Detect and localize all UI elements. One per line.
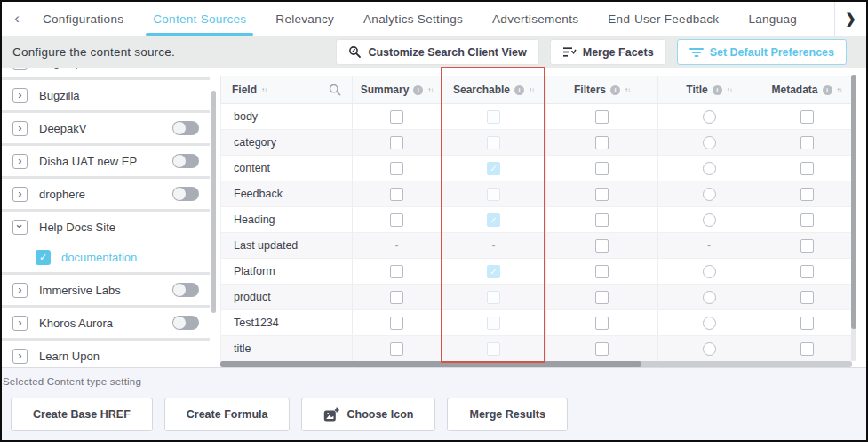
create-base-href-button[interactable]: Create Base HREF [11, 398, 153, 431]
toggle-switch-off[interactable] [172, 154, 199, 168]
expand-chevron-icon[interactable]: › [12, 220, 28, 235]
set-default-preferences-button[interactable]: Set Default Preferences [677, 39, 847, 65]
table-horizontal-scrollbar[interactable] [220, 361, 641, 367]
toggle-switch-off[interactable] [172, 283, 199, 297]
filters-checkbox-unchecked[interactable] [595, 291, 609, 304]
create-formula-button[interactable]: Create Formula [164, 398, 291, 431]
title-radio-unchecked[interactable] [703, 291, 716, 304]
expand-chevron-icon[interactable]: › [12, 283, 28, 298]
tab-advertisements[interactable]: Advertisements [492, 2, 578, 36]
metadata-checkbox-unchecked[interactable] [800, 239, 814, 253]
filters-checkbox-unchecked[interactable] [595, 317, 609, 330]
sidebar-item-help-docs-site[interactable]: › Help Docs Site [2, 212, 210, 242]
field-search-icon[interactable] [329, 84, 341, 96]
expand-chevron-icon[interactable]: › [12, 349, 28, 364]
filters-checkbox-unchecked[interactable] [595, 110, 609, 124]
title-radio-unchecked[interactable] [703, 110, 716, 124]
merge-results-button[interactable]: Merge Results [447, 398, 567, 431]
tab-content-sources[interactable]: Content Sources [153, 2, 246, 36]
choose-icon-button[interactable]: Choose Icon [301, 398, 435, 431]
sidebar-item-bugzilla[interactable]: › Bugzilla [2, 80, 210, 110]
info-icon[interactable]: i [514, 85, 524, 95]
expand-chevron-icon[interactable]: › [12, 316, 28, 331]
table-vertical-scrollbar[interactable] [851, 75, 856, 329]
sidebar-item-khoros-aurora[interactable]: › Khoros Aurora [2, 308, 210, 338]
tab-relevancy[interactable]: Relevancy [275, 2, 334, 36]
metadata-checkbox-unchecked[interactable] [800, 188, 814, 201]
sort-icon[interactable]: ↑↓ [625, 86, 630, 94]
filters-checkbox-unchecked[interactable] [595, 342, 609, 356]
tab-configurations[interactable]: Configurations [43, 2, 123, 36]
tab-end-user-feedback[interactable]: End-User Feedback [608, 2, 719, 36]
sort-icon[interactable]: ↑↓ [261, 86, 267, 94]
filters-checkbox-unchecked[interactable] [595, 213, 609, 227]
filters-checkbox-unchecked[interactable] [595, 265, 609, 278]
info-icon[interactable]: i [823, 85, 832, 95]
expand-chevron-icon[interactable]: › [12, 187, 28, 202]
title-radio-unchecked[interactable] [703, 162, 716, 175]
nav-back-chevron-icon[interactable]: ‹ [2, 2, 32, 36]
summary-checkbox-unchecked[interactable] [390, 265, 403, 278]
info-icon[interactable]: i [713, 85, 722, 95]
expand-chevron-icon[interactable]: › [12, 88, 28, 103]
filters-checkbox-unchecked[interactable] [595, 188, 609, 201]
title-radio-unchecked[interactable] [703, 188, 716, 201]
column-header-filters[interactable]: Filters i ↑↓ [546, 76, 658, 103]
checked-checkbox-icon[interactable]: ✓ [36, 250, 51, 265]
toggle-switch-off[interactable] [172, 316, 199, 330]
title-radio-unchecked[interactable] [703, 136, 716, 149]
info-icon[interactable]: i [413, 85, 423, 95]
metadata-checkbox-unchecked[interactable] [800, 213, 814, 227]
filters-checkbox-unchecked[interactable] [595, 136, 609, 149]
summary-checkbox-unchecked[interactable] [390, 110, 403, 124]
sort-icon[interactable]: ↑↓ [427, 86, 433, 94]
sidebar-scrollbar[interactable] [211, 91, 216, 313]
sidebar-item-deepakv[interactable]: › DeepakV [2, 113, 210, 143]
metadata-checkbox-unchecked[interactable] [800, 342, 814, 356]
sidebar-item-learn-upon[interactable]: › Learn Upon [2, 341, 210, 367]
nav-forward-chevron-icon[interactable]: ❯ [834, 2, 866, 36]
tab-languag[interactable]: Languag [748, 2, 797, 36]
title-radio-unchecked[interactable] [703, 317, 716, 330]
title-radio-unchecked[interactable] [703, 342, 716, 356]
summary-checkbox-unchecked[interactable] [390, 162, 403, 175]
filters-checkbox-unchecked[interactable] [595, 162, 609, 175]
summary-checkbox-unchecked[interactable] [390, 342, 403, 356]
customize-search-client-view-button[interactable]: Customize Search Client View [336, 39, 538, 65]
title-radio-unchecked[interactable] [703, 265, 716, 278]
column-header-summary[interactable]: Summary i ↑↓ [353, 76, 442, 103]
sidebar-item-drophere[interactable]: › drophere [2, 179, 210, 209]
sidebar-item-disha-uat-new-ep[interactable]: › Disha UAT new EP [2, 146, 210, 176]
summary-checkbox-unchecked[interactable] [390, 317, 403, 330]
column-header-field[interactable]: Field ↑↓ [221, 76, 353, 103]
info-icon[interactable]: i [610, 85, 620, 95]
filters-checkbox-unchecked[interactable] [595, 239, 609, 253]
tab-analytics-settings[interactable]: Analytics Settings [363, 2, 463, 36]
column-header-title[interactable]: Title i ↑↓ [658, 76, 760, 103]
column-header-metadata[interactable]: Metadata i ↑↓ [760, 76, 853, 103]
expand-chevron-icon[interactable]: › [12, 121, 28, 136]
sidebar-item-brightspace[interactable]: › Brightspace [2, 68, 210, 77]
toggle-switch-off[interactable] [172, 187, 199, 201]
metadata-checkbox-unchecked[interactable] [800, 317, 814, 330]
summary-checkbox-unchecked[interactable] [390, 136, 403, 149]
summary-checkbox-unchecked[interactable] [390, 213, 403, 227]
metadata-checkbox-unchecked[interactable] [800, 291, 814, 304]
summary-checkbox-unchecked[interactable] [390, 188, 403, 201]
expand-chevron-icon[interactable]: › [12, 68, 28, 70]
sidebar-item-immersive-labs[interactable]: › Immersive Labs [2, 275, 210, 305]
sort-icon[interactable]: ↑↓ [837, 86, 842, 94]
metadata-checkbox-unchecked[interactable] [800, 162, 814, 175]
merge-facets-button[interactable]: Merge Facets [550, 39, 666, 65]
expand-chevron-icon[interactable]: › [12, 154, 28, 169]
toggle-switch-off[interactable] [172, 121, 199, 135]
metadata-checkbox-unchecked[interactable] [800, 110, 814, 124]
column-header-searchable[interactable]: Searchable i ↑↓ [442, 76, 546, 103]
metadata-checkbox-unchecked[interactable] [800, 136, 814, 149]
sort-icon[interactable]: ↑↓ [727, 86, 732, 94]
sort-icon[interactable]: ↑↓ [529, 86, 534, 94]
metadata-checkbox-unchecked[interactable] [800, 265, 814, 278]
title-radio-unchecked[interactable] [703, 213, 716, 227]
sidebar-child-documentation[interactable]: ✓ documentation [2, 242, 210, 272]
summary-checkbox-unchecked[interactable] [390, 291, 403, 304]
